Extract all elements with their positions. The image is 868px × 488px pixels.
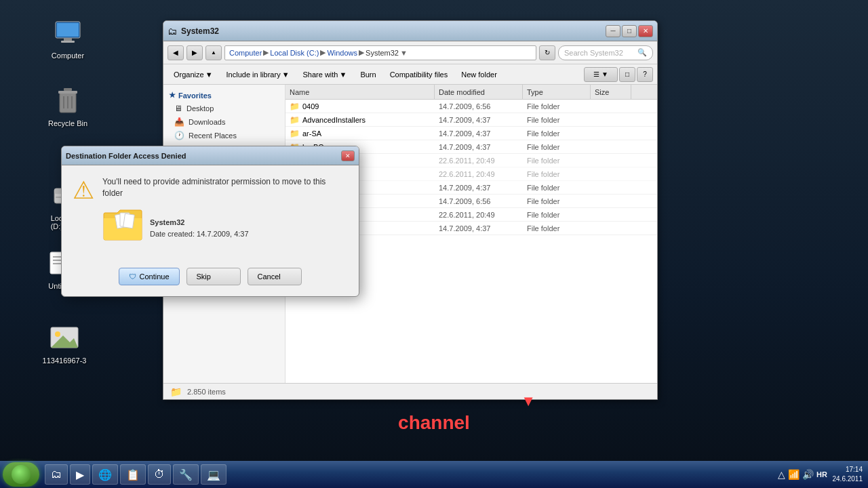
- taskbar-firefox-icon: 🌐: [98, 468, 112, 481]
- skip-button[interactable]: Skip: [186, 268, 241, 285]
- sidebar-item-desktop[interactable]: 🖥 Desktop: [163, 102, 285, 115]
- clock: 17:14 24.6.2011: [830, 465, 863, 484]
- preview-pane-button[interactable]: □: [619, 67, 635, 82]
- organize-button[interactable]: Organize ▼: [167, 67, 219, 82]
- sidebar-item-recent[interactable]: 🕐 Recent Places: [163, 129, 285, 142]
- sidebar-item-downloads[interactable]: 📥 Downloads: [163, 115, 285, 129]
- taskbar-item-tool1[interactable]: 📋: [120, 464, 146, 485]
- table-row[interactable]: 📁 AdvancedInstallers 14.7.2009, 4:37 Fil…: [285, 113, 657, 127]
- dialog-buttons: 🛡 Continue Skip Cancel: [62, 261, 359, 296]
- close-button[interactable]: ✕: [638, 25, 653, 37]
- toolbar: Organize ▼ Include in library ▼ Share wi…: [163, 64, 657, 85]
- svg-rect-3: [61, 41, 75, 43]
- compatibility-button[interactable]: Compatibility files: [384, 67, 454, 82]
- include-library-button[interactable]: Include in library ▼: [220, 67, 296, 82]
- breadcrumb-sep-3: ▶: [359, 48, 364, 57]
- favorites-header: ★ Favorites: [163, 89, 285, 102]
- address-bar: ◀ ▶ ▲ Computer ▶ Local Disk (C:) ▶ Windo…: [163, 41, 657, 64]
- dialog-title-text: Destination Folder Access Denied: [66, 152, 186, 160]
- cancel-button[interactable]: Cancel: [248, 268, 302, 285]
- desktop-folder-icon: 🖥: [174, 104, 182, 113]
- dialog-warning-icon: ⚠: [73, 176, 94, 250]
- search-placeholder: Search System32: [564, 49, 623, 57]
- desktop-icon-recycle-bin[interactable]: Recycle Bin: [41, 81, 95, 130]
- continue-button[interactable]: 🛡 Continue: [119, 268, 179, 285]
- folder-icon: 📁: [290, 129, 300, 138]
- svg-rect-1: [57, 23, 79, 37]
- col-header-size[interactable]: Size: [591, 85, 631, 99]
- clock-date: 24.6.2011: [830, 474, 863, 484]
- tray-lang: HR: [816, 470, 827, 479]
- status-items: 2.850 items: [187, 388, 226, 396]
- recent-folder-icon: 🕐: [174, 131, 184, 140]
- breadcrumb-sep-1: ▶: [263, 48, 269, 57]
- breadcrumb-text: Computer: [229, 49, 262, 57]
- new-folder-button[interactable]: New folder: [455, 67, 503, 82]
- burn-button[interactable]: Burn: [354, 67, 382, 82]
- status-folder-icon: 📁: [170, 386, 182, 397]
- taskbar-tool1-icon: 📋: [126, 468, 140, 481]
- taskbar-tool3-icon: 🔧: [179, 468, 193, 481]
- dialog-folder-name: System32: [150, 217, 249, 229]
- folder-icon: 📁: [290, 115, 300, 125]
- taskbar-item-media[interactable]: ▶: [70, 464, 90, 485]
- table-row[interactable]: 📁 ar-SA 14.7.2009, 4:37 File folder: [285, 127, 657, 140]
- breadcrumb[interactable]: Computer ▶ Local Disk (C:) ▶ Windows ▶ S…: [224, 45, 536, 60]
- up-button[interactable]: ▲: [205, 45, 222, 60]
- taskbar: 🗂 ▶ 🌐 📋 ⏱ 🔧 💻 △ 📶 🔊: [0, 461, 868, 488]
- favorites-section: ★ Favorites 🖥 Desktop 📥 Downloads 🕐 Rece…: [163, 89, 285, 142]
- taskbar-item-tool3[interactable]: 🔧: [173, 464, 199, 485]
- desktop-icon-computer[interactable]: Computer: [41, 14, 95, 62]
- taskbar-explorer-icon: 🗂: [51, 468, 62, 481]
- tray-network-icon: 📶: [788, 469, 800, 480]
- forward-button[interactable]: ▶: [186, 45, 203, 60]
- svg-point-19: [55, 331, 60, 337]
- taskbar-item-firefox[interactable]: 🌐: [92, 464, 118, 485]
- refresh-button[interactable]: ↻: [539, 45, 555, 60]
- taskbar-item-explorer[interactable]: 🗂: [45, 464, 68, 485]
- back-button[interactable]: ◀: [167, 45, 184, 60]
- col-header-date[interactable]: Date modified: [435, 85, 523, 99]
- access-denied-dialog: Destination Folder Access Denied ✕ ⚠ You…: [61, 146, 359, 297]
- downloads-folder-icon: 📥: [174, 117, 184, 127]
- folder-icon: 📁: [290, 102, 300, 111]
- svg-rect-2: [64, 38, 72, 41]
- dialog-close-button[interactable]: ✕: [341, 150, 355, 161]
- table-row[interactable]: 📁 0409 14.7.2009, 6:56 File folder: [285, 100, 657, 113]
- taskbar-tool2-icon: ⏱: [154, 468, 165, 481]
- help-button[interactable]: ?: [637, 67, 653, 82]
- breadcrumb-windows: Windows: [327, 49, 357, 57]
- view-button[interactable]: ☰ ▼: [584, 67, 618, 82]
- channel-text: channel: [398, 412, 470, 434]
- search-box[interactable]: Search System32 🔍: [558, 45, 653, 60]
- start-button[interactable]: [3, 462, 39, 487]
- status-bar: 📁 2.850 items: [163, 383, 657, 399]
- dialog-message: You'll need to provide administrator per…: [102, 176, 348, 199]
- svg-rect-23: [123, 214, 135, 228]
- taskbar-item-tool4[interactable]: 💻: [201, 464, 226, 485]
- arrow-indicator: ▼: [521, 392, 536, 410]
- desktop-icon-img[interactable]: 113416967-3: [37, 319, 92, 367]
- taskbar-item-tool2[interactable]: ⏱: [148, 464, 171, 485]
- breadcrumb-system32: System32: [366, 49, 399, 57]
- minimize-button[interactable]: ─: [606, 25, 620, 37]
- tray-sound-icon: 🔊: [802, 469, 814, 480]
- taskbar-tool4-icon: 💻: [207, 468, 220, 481]
- col-header-type[interactable]: Type: [523, 85, 591, 99]
- dialog-body: ⚠ You'll need to provide administrator p…: [62, 165, 359, 261]
- breadcrumb-sep-2: ▶: [320, 48, 326, 57]
- dialog-folder-area: System32 Date created: 14.7.2009, 4:37: [102, 207, 348, 250]
- svg-rect-5: [58, 91, 77, 94]
- dialog-title-bar: Destination Folder Access Denied ✕: [62, 146, 359, 165]
- share-with-button[interactable]: Share with ▼: [297, 67, 353, 82]
- dialog-folder-icon: [102, 207, 143, 250]
- maximize-button[interactable]: □: [622, 25, 637, 37]
- clock-time: 17:14: [830, 465, 863, 474]
- dialog-folder-info: System32 Date created: 14.7.2009, 4:37: [150, 217, 249, 241]
- system-tray: △ 📶 🔊 HR 17:14 24.6.2011: [772, 465, 868, 484]
- col-header-name[interactable]: Name: [285, 85, 435, 99]
- column-headers: Name Date modified Type Size: [285, 85, 657, 100]
- start-orb: [12, 465, 31, 484]
- img-label: 113416967-3: [43, 357, 87, 365]
- tray-icon-1: △: [778, 469, 785, 480]
